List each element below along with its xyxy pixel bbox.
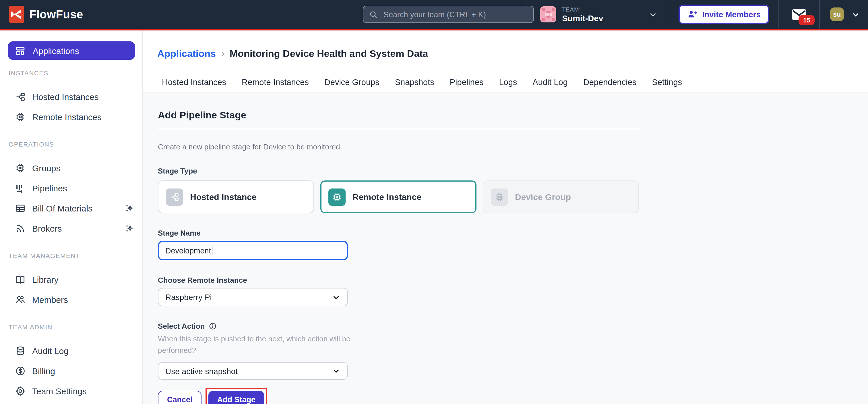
sidebar-item-remote-instances[interactable]: Remote Instances — [0, 107, 143, 127]
cancel-button[interactable]: Cancel — [158, 391, 202, 404]
select-action-label: Select Action — [158, 322, 868, 330]
sidebar-item-audit-log[interactable]: Audit Log — [0, 341, 143, 361]
divider — [158, 129, 640, 129]
tab-device-groups[interactable]: Device Groups — [324, 78, 379, 92]
sidebar-item-pipelines[interactable]: Pipelines — [0, 178, 143, 198]
sidebar-item-label: Team Settings — [32, 386, 87, 396]
sidebar-section-title: OPERATIONS — [9, 141, 134, 148]
add-stage-button[interactable]: Add Stage — [209, 391, 265, 404]
chevron-down-icon — [649, 10, 657, 19]
user-avatar: su — [830, 7, 844, 21]
sidebar-item-groups[interactable]: Groups — [0, 158, 143, 178]
select-action-help: When this stage is pushed to the next, w… — [158, 333, 371, 356]
tab-bar: Hosted Instances Remote Instances Device… — [143, 78, 868, 93]
invite-members-button[interactable]: Invite Members — [679, 5, 769, 24]
stage-type-options: Hosted Instance Remote Instance Device G… — [158, 180, 868, 213]
tab-snapshots[interactable]: Snapshots — [395, 78, 434, 92]
stage-type-hosted-instance[interactable]: Hosted Instance — [158, 180, 314, 213]
invite-members-label: Invite Members — [702, 10, 761, 19]
tab-audit-log[interactable]: Audit Log — [532, 78, 568, 92]
notifications-button[interactable]: 15 — [779, 0, 819, 29]
main-area: Applications › Monitoring Device Health … — [143, 30, 868, 404]
stage-name-input[interactable]: Development — [158, 241, 348, 260]
gear-icon — [15, 385, 26, 397]
stage-type-option-label: Hosted Instance — [190, 192, 257, 202]
sidebar-item-applications[interactable]: Applications — [8, 41, 135, 60]
sidebar-item-bill-of-materials[interactable]: Bill Of Materials — [0, 198, 143, 219]
user-menu[interactable]: su — [820, 0, 868, 29]
table-icon — [15, 203, 26, 214]
top-navbar: FlowFuse TEAM: Sumit-Dev — [0, 0, 868, 29]
chevron-down-icon — [851, 10, 860, 19]
tab-dependencies[interactable]: Dependencies — [583, 78, 637, 92]
navbar-right: TEAM: Sumit-Dev Invite Members — [526, 0, 868, 29]
hierarchy-icon — [15, 91, 26, 102]
select-action-label-text: Select Action — [158, 322, 205, 330]
annotation-highlight-box: Add Stage — [206, 388, 267, 404]
sidebar-item-label: Members — [32, 295, 68, 305]
brand-name: FlowFuse — [29, 8, 83, 21]
stage-name-label: Stage Name — [158, 229, 868, 237]
pipelines-icon — [15, 183, 26, 194]
stage-type-label: Stage Type — [158, 167, 868, 175]
page-title: Monitoring Device Health and System Data — [229, 48, 428, 59]
sidebar-item-billing[interactable]: Billing — [0, 361, 143, 381]
text-cursor — [212, 246, 212, 255]
form-title: Add Pipeline Stage — [158, 110, 868, 121]
remote-instance-label: Choose Remote Instance — [158, 276, 868, 285]
user-plus-icon — [687, 9, 698, 20]
sidebar-item-label: Remote Instances — [32, 112, 102, 122]
sidebar-item-members[interactable]: Members — [0, 290, 143, 310]
stage-type-remote-instance[interactable]: Remote Instance — [320, 180, 476, 213]
sidebar-item-label: Pipelines — [32, 183, 67, 193]
sidebar: Applications INSTANCES Hosted Instances … — [0, 30, 143, 404]
sidebar-section-title: INSTANCES — [9, 69, 134, 77]
sidebar-item-brokers[interactable]: Brokers — [0, 219, 143, 238]
breadcrumb-applications-link[interactable]: Applications — [157, 48, 216, 59]
sidebar-section-title: TEAM MANAGEMENT — [9, 252, 134, 259]
users-icon — [15, 294, 26, 305]
sidebar-item-label: Billing — [32, 366, 55, 376]
sidebar-item-label: Bill Of Materials — [32, 203, 92, 213]
brand[interactable]: FlowFuse — [0, 6, 83, 23]
tab-remote-instances[interactable]: Remote Instances — [242, 78, 309, 92]
stage-name-value: Development — [165, 246, 211, 255]
team-search[interactable] — [363, 6, 534, 23]
search-input[interactable] — [382, 9, 528, 19]
breadcrumb: Applications › Monitoring Device Health … — [143, 30, 868, 60]
rss-icon — [15, 223, 26, 234]
hierarchy-icon — [166, 188, 183, 205]
action-value: Use active snapshot — [165, 366, 238, 376]
remote-instance-select[interactable]: Raspberry Pi — [158, 288, 348, 306]
team-avatar — [540, 6, 556, 22]
sidebar-item-label: Brokers — [32, 224, 62, 233]
book-icon — [15, 274, 26, 285]
breadcrumb-separator: › — [221, 48, 224, 60]
tab-settings[interactable]: Settings — [652, 78, 682, 92]
chip-group-icon — [15, 163, 26, 174]
sidebar-item-hosted-instances[interactable]: Hosted Instances — [0, 87, 143, 107]
sidebar-item-label: Audit Log — [32, 346, 69, 356]
dollar-icon — [15, 366, 26, 376]
tab-logs[interactable]: Logs — [499, 78, 517, 92]
sparkles-icon — [125, 224, 134, 233]
tab-hosted-instances[interactable]: Hosted Instances — [162, 78, 226, 92]
tab-pipelines[interactable]: Pipelines — [450, 78, 484, 92]
team-name: Sumit-Dev — [562, 13, 603, 23]
sidebar-item-library[interactable]: Library — [0, 269, 143, 290]
database-icon — [15, 345, 26, 356]
sidebar-item-team-settings[interactable]: Team Settings — [0, 381, 143, 401]
team-selector[interactable]: TEAM: Sumit-Dev — [526, 0, 669, 29]
notification-badge: 15 — [799, 15, 815, 25]
sparkles-icon — [125, 203, 134, 213]
action-select[interactable]: Use active snapshot — [158, 362, 348, 380]
team-label: TEAM: — [562, 6, 603, 12]
sidebar-item-label: Applications — [33, 46, 79, 55]
app-window: FlowFuse TEAM: Sumit-Dev — [0, 0, 868, 404]
chevron-down-icon — [332, 367, 340, 375]
stage-type-device-group: Device Group — [483, 180, 639, 213]
form-description: Create a new pipeline stage for Device t… — [158, 143, 868, 151]
info-icon[interactable] — [208, 322, 217, 330]
sidebar-item-label: Library — [32, 275, 59, 285]
chip-icon — [15, 112, 26, 122]
